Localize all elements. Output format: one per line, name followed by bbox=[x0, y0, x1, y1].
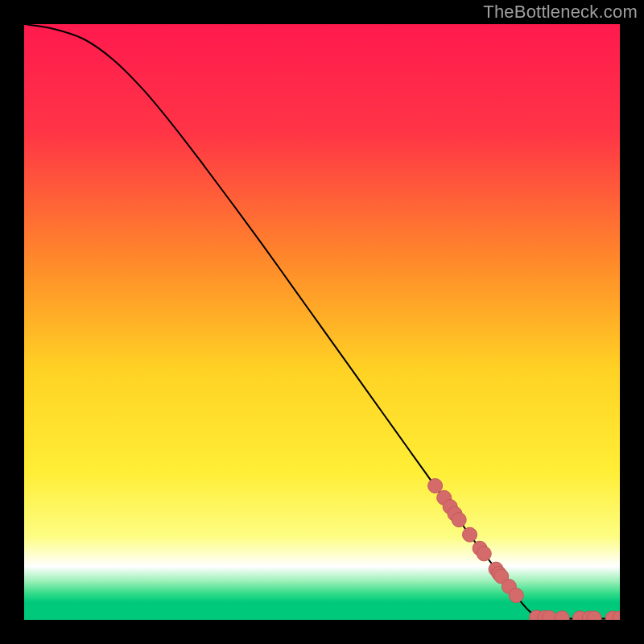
data-marker bbox=[477, 547, 491, 561]
attribution-text: TheBottleneck.com bbox=[483, 2, 638, 23]
plot-area bbox=[24, 24, 620, 620]
chart-root: { "attribution": "TheBottleneck.com", "c… bbox=[0, 0, 644, 644]
data-marker bbox=[452, 513, 466, 527]
data-marker bbox=[463, 527, 477, 542]
data-marker bbox=[509, 588, 523, 603]
gradient-background bbox=[24, 24, 620, 620]
data-marker bbox=[428, 479, 443, 493]
chart-svg bbox=[24, 24, 620, 620]
